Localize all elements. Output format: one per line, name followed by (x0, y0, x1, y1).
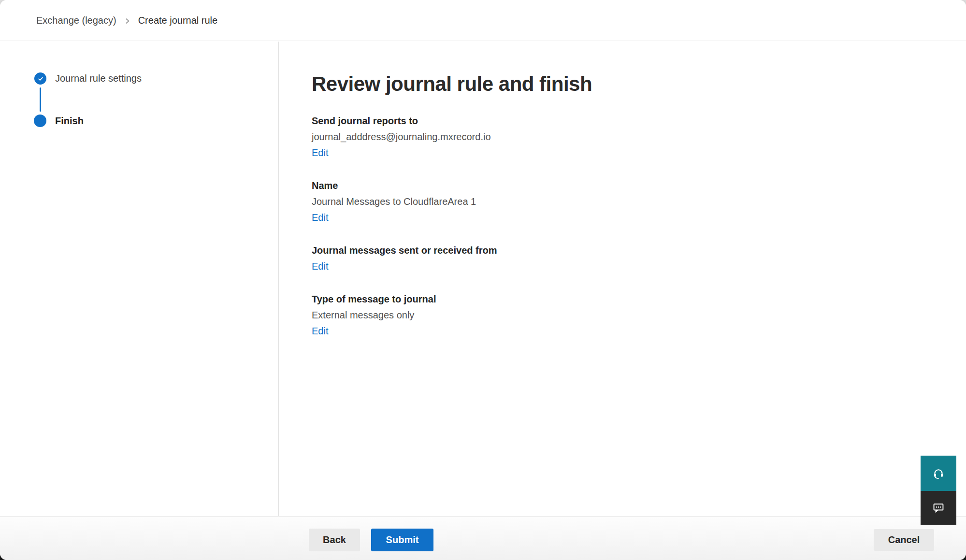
section-value: External messages only (312, 307, 927, 323)
section-label: Send journal reports to (312, 113, 927, 129)
section-label: Journal messages sent or received from (312, 243, 927, 258)
section-journal-messages-scope: Journal messages sent or received from E… (312, 243, 927, 274)
command-bar: Back Submit Cancel (0, 516, 966, 560)
step-connector-line (40, 87, 41, 112)
submit-button[interactable]: Submit (371, 529, 433, 551)
exchange-admin-window: Exchange (legacy) Create journal rule Jo… (0, 0, 966, 560)
feedback-icon (932, 502, 945, 514)
chevron-right-icon (124, 18, 130, 24)
edit-name-link[interactable]: Edit (312, 210, 328, 226)
edit-scope-link[interactable]: Edit (312, 258, 328, 274)
top-bar: Exchange (legacy) Create journal rule (0, 0, 966, 41)
breadcrumb-exchange-legacy[interactable]: Exchange (legacy) (36, 15, 116, 26)
headset-icon (932, 467, 945, 480)
feedback-button[interactable] (921, 491, 956, 525)
section-name: Name Journal Messages to CloudflareArea … (312, 178, 927, 226)
section-value: journal_adddress@journaling.mxrecord.io (312, 129, 927, 145)
wizard-step-finish[interactable]: Finish (55, 115, 84, 127)
section-value: Journal Messages to CloudflareArea 1 (312, 194, 927, 210)
step-current-indicator[interactable] (34, 115, 46, 127)
breadcrumb: Exchange (legacy) Create journal rule (36, 15, 217, 26)
floating-side-buttons (921, 456, 956, 525)
check-icon (37, 75, 44, 82)
breadcrumb-create-journal-rule: Create journal rule (138, 15, 218, 26)
section-send-journal-reports-to: Send journal reports to journal_adddress… (312, 113, 927, 161)
review-panel: Review journal rule and finish Send jour… (312, 72, 927, 516)
edit-message-type-link[interactable]: Edit (312, 323, 328, 339)
cancel-button[interactable]: Cancel (874, 529, 934, 551)
page-title: Review journal rule and finish (312, 72, 927, 97)
help-button[interactable] (921, 456, 956, 491)
back-button[interactable]: Back (309, 529, 360, 551)
edit-send-journal-reports-link[interactable]: Edit (312, 145, 328, 161)
wizard-step-journal-rule-settings[interactable]: Journal rule settings (55, 72, 142, 85)
wizard-steps-pane (0, 42, 279, 516)
section-message-type: Type of message to journal External mess… (312, 291, 927, 339)
step-completed-indicator[interactable] (34, 72, 46, 85)
section-label: Name (312, 178, 927, 194)
section-label: Type of message to journal (312, 291, 927, 307)
